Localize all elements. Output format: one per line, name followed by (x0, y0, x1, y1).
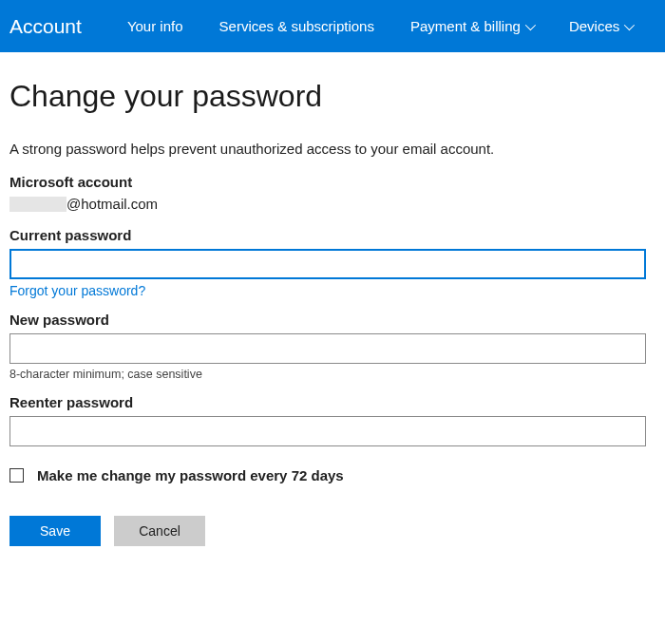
account-label: Microsoft account (10, 174, 656, 190)
expire-checkbox[interactable] (10, 468, 24, 483)
email-redacted (10, 197, 66, 212)
nav-item-label: Devices (569, 18, 619, 34)
new-password-hint: 8-character minimum; case sensitive (10, 368, 656, 381)
reenter-password-field: Reenter password (10, 394, 656, 446)
nav-item-services-subscriptions[interactable]: Services & subscriptions (219, 18, 374, 34)
chevron-down-icon (525, 19, 536, 29)
nav-item-devices[interactable]: Devices (569, 18, 632, 34)
new-password-field: New password 8-character minimum; case s… (10, 312, 656, 381)
save-button[interactable]: Save (10, 516, 101, 546)
top-nav: Account Your info Services & subscriptio… (0, 0, 665, 52)
account-section: Microsoft account @hotmail.com (10, 174, 656, 212)
new-password-label: New password (10, 312, 656, 328)
nav-item-payment-billing[interactable]: Payment & billing (410, 18, 533, 34)
current-password-label: Current password (10, 227, 656, 243)
nav-brand[interactable]: Account (10, 15, 82, 38)
nav-item-your-info[interactable]: Your info (127, 18, 183, 34)
expire-checkbox-label[interactable]: Make me change my password every 72 days (37, 467, 344, 483)
cancel-button[interactable]: Cancel (114, 516, 205, 546)
nav-item-label: Services & subscriptions (219, 18, 374, 34)
expire-checkbox-row: Make me change my password every 72 days (10, 467, 656, 483)
email-domain: @hotmail.com (66, 196, 158, 212)
nav-item-label: Your info (127, 18, 183, 34)
account-email: @hotmail.com (10, 196, 656, 212)
forgot-password-link[interactable]: Forgot your password? (10, 283, 145, 298)
page-subtitle: A strong password helps prevent unauthor… (10, 141, 656, 157)
nav-item-label: Payment & billing (410, 18, 521, 34)
current-password-input[interactable] (10, 249, 646, 279)
current-password-field: Current password Forgot your password? (10, 227, 656, 298)
button-row: Save Cancel (10, 516, 656, 546)
reenter-password-input[interactable] (10, 416, 646, 446)
new-password-input[interactable] (10, 333, 646, 364)
reenter-password-label: Reenter password (10, 394, 656, 410)
chevron-down-icon (624, 19, 635, 29)
page-content: Change your password A strong password h… (0, 52, 665, 575)
page-title: Change your password (10, 79, 656, 114)
